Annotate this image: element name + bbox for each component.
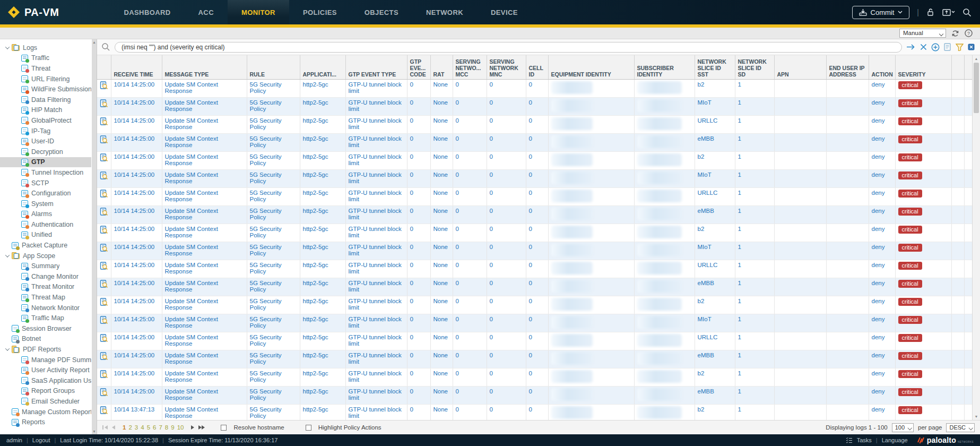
cell-network-slice-id-sd[interactable]: 1 — [735, 187, 774, 205]
cell-network-slice-id-sst[interactable]: MIoT — [695, 97, 735, 115]
cell-rule[interactable]: 5G Security Policy — [247, 332, 300, 350]
cell-gtp-event-code[interactable]: 0 — [407, 151, 430, 169]
severity-badge[interactable]: critical — [898, 316, 922, 324]
sidebar-item-hip-match[interactable]: HIP Match — [0, 105, 91, 116]
cell-rule[interactable]: 5G Security Policy — [247, 187, 300, 205]
sidebar-item-report-groups[interactable]: Report Groups — [0, 386, 91, 397]
log-detail-icon[interactable] — [97, 332, 111, 350]
cell-cell-id[interactable]: 0 — [526, 260, 548, 278]
sidebar-item-traffic-map[interactable]: Traffic Map — [0, 313, 91, 323]
cell-cell-id[interactable]: 0 — [526, 314, 548, 332]
cell-serving-network-mcc[interactable]: 0 — [453, 205, 487, 224]
col-header-rule[interactable]: RULE — [247, 55, 300, 79]
cell-message-type[interactable]: Update SM Context Response — [162, 79, 247, 97]
add-filter-icon[interactable] — [931, 43, 940, 52]
cell-gtp-event-type[interactable]: GTP-U tunnel block limit — [345, 260, 407, 278]
log-detail-icon[interactable] — [97, 97, 111, 115]
cell-serving-network-mcc[interactable]: 0 — [453, 242, 487, 260]
cell-application[interactable]: http2-5gc — [300, 169, 345, 187]
cell-gtp-event-code[interactable]: 0 — [407, 314, 430, 332]
cell-cell-id[interactable]: 0 — [526, 296, 548, 314]
cell-receive-time[interactable]: 10/14 14:25:00 — [111, 115, 162, 133]
cell-serving-network-mcc[interactable]: 0 — [453, 278, 487, 296]
severity-badge[interactable]: critical — [898, 262, 922, 270]
cell-application[interactable]: http2-5gc — [300, 97, 345, 115]
cell-rat[interactable]: None — [430, 151, 453, 169]
cell-cell-id[interactable]: 0 — [526, 350, 548, 368]
cell-cell-id[interactable]: 0 — [526, 97, 548, 115]
cell-message-type[interactable]: Update SM Context Response — [162, 242, 247, 260]
cell-gtp-event-type[interactable]: GTP-U tunnel block limit — [345, 296, 407, 314]
cell-cell-id[interactable]: 0 — [526, 278, 548, 296]
cell-serving-network-mnc[interactable]: 0 — [487, 314, 526, 332]
col-header-cell-id[interactable]: CELLID — [526, 55, 548, 79]
sidebar-item-url-filtering[interactable]: URL Filtering — [0, 74, 91, 84]
cell-application[interactable]: http2-5gc — [300, 404, 345, 420]
log-detail-icon[interactable] — [97, 115, 111, 133]
cell-message-type[interactable]: Update SM Context Response — [162, 386, 247, 404]
page-link-2[interactable]: 2 — [128, 424, 132, 431]
cell-message-type[interactable]: Update SM Context Response — [162, 404, 247, 420]
cell-action[interactable]: deny — [869, 133, 895, 151]
cell-rule[interactable]: 5G Security Policy — [247, 115, 300, 133]
cell-serving-network-mnc[interactable]: 0 — [487, 97, 526, 115]
cell-cell-id[interactable]: 0 — [526, 169, 548, 187]
cell-gtp-event-type[interactable]: GTP-U tunnel block limit — [345, 187, 407, 205]
severity-badge[interactable]: critical — [898, 388, 922, 396]
cell-message-type[interactable]: Update SM Context Response — [162, 350, 247, 368]
sidebar-item-configuration[interactable]: Configuration — [0, 188, 91, 199]
page-link-6[interactable]: 6 — [153, 424, 156, 431]
cell-cell-id[interactable]: 0 — [526, 115, 548, 133]
col-header-gtp-event-type[interactable]: GTP EVENT TYPE — [345, 55, 407, 79]
cell-gtp-event-code[interactable]: 0 — [407, 404, 430, 420]
cell-rule[interactable]: 5G Security Policy — [247, 97, 300, 115]
resolve-hostname-label[interactable]: Resolve hostname — [233, 424, 284, 431]
sidebar-item-sctp[interactable]: SCTP — [0, 178, 91, 188]
cell-serving-network-mnc[interactable]: 0 — [487, 133, 526, 151]
sidebar-item-authentication[interactable]: Authentication — [0, 219, 91, 230]
cell-network-slice-id-sst[interactable]: MIoT — [695, 242, 735, 260]
cell-application[interactable]: http2-5gc — [300, 79, 345, 97]
refresh-mode-select[interactable]: Manual — [899, 29, 946, 38]
cell-serving-network-mnc[interactable]: 0 — [487, 224, 526, 242]
cell-rule[interactable]: 5G Security Policy — [247, 260, 300, 278]
cell-action[interactable]: deny — [869, 115, 895, 133]
scrollbar-thumb[interactable] — [974, 63, 979, 113]
severity-badge[interactable]: critical — [898, 171, 922, 179]
severity-badge[interactable]: critical — [898, 226, 922, 234]
cell-application[interactable]: http2-5gc — [300, 242, 345, 260]
log-detail-icon[interactable] — [97, 133, 111, 151]
cell-rat[interactable]: None — [430, 205, 453, 224]
cell-gtp-event-code[interactable]: 0 — [407, 224, 430, 242]
sidebar-item-threat[interactable]: Threat — [0, 63, 91, 74]
cell-cell-id[interactable]: 0 — [526, 79, 548, 97]
tree-caret-icon[interactable] — [3, 46, 12, 49]
cell-rule[interactable]: 5G Security Policy — [247, 242, 300, 260]
cell-rat[interactable]: None — [430, 79, 453, 97]
cell-rat[interactable]: None — [430, 278, 453, 296]
cell-rat[interactable]: None — [430, 115, 453, 133]
nav-tab-network[interactable]: NETWORK — [412, 0, 477, 24]
cell-rat[interactable]: None — [430, 260, 453, 278]
page-link-9[interactable]: 9 — [171, 424, 174, 431]
filter-builder-icon[interactable] — [956, 44, 964, 51]
cell-cell-id[interactable]: 0 — [526, 404, 548, 420]
clear-filter-icon[interactable] — [920, 44, 927, 50]
cell-message-type[interactable]: Update SM Context Response — [162, 296, 247, 314]
cell-network-slice-id-sd[interactable]: 1 — [735, 332, 774, 350]
cell-message-type[interactable]: Update SM Context Response — [162, 224, 247, 242]
nav-tab-policies[interactable]: POLICIES — [289, 0, 351, 24]
cell-cell-id[interactable]: 0 — [526, 187, 548, 205]
page-link-1[interactable]: 1 — [123, 424, 126, 431]
cell-network-slice-id-sd[interactable]: 1 — [735, 151, 774, 169]
cell-rule[interactable]: 5G Security Policy — [247, 133, 300, 151]
sidebar-item-session-browser[interactable]: Session Browser — [0, 323, 91, 334]
cell-gtp-event-type[interactable]: GTP-U tunnel block limit — [345, 133, 407, 151]
cell-rat[interactable]: None — [430, 368, 453, 386]
push-config-icon[interactable] — [942, 8, 955, 16]
sidebar-item-wildfire-submissions[interactable]: WildFire Submissions — [0, 84, 91, 95]
log-detail-icon[interactable] — [97, 260, 111, 278]
sidebar-scrollbar[interactable]: ▲ ▼ — [92, 39, 97, 434]
log-filter-input[interactable] — [115, 42, 902, 53]
search-icon[interactable] — [962, 8, 972, 17]
